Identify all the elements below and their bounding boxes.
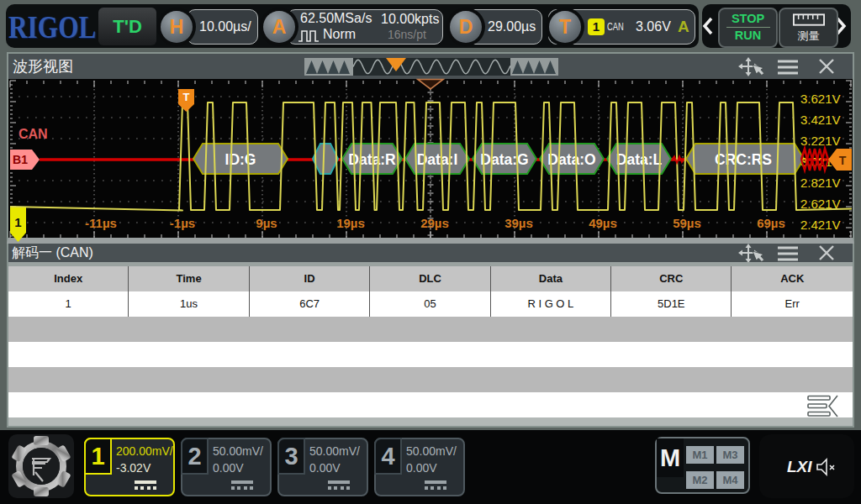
- svg-text:B1: B1: [13, 153, 28, 166]
- svg-text:1: 1: [14, 215, 21, 229]
- svg-text:59µs: 59µs: [673, 216, 701, 230]
- svg-text:Data:G: Data:G: [480, 151, 528, 168]
- svg-text:3.221V: 3.221V: [800, 134, 841, 148]
- svg-text:2.821V: 2.821V: [800, 176, 841, 190]
- svg-text:2.621V: 2.621V: [800, 197, 841, 211]
- svg-text:19µs: 19µs: [336, 216, 365, 230]
- svg-text:T: T: [183, 91, 190, 103]
- svg-text:39µs: 39µs: [504, 216, 533, 230]
- svg-text:Data:I: Data:I: [417, 151, 458, 168]
- svg-text:CAN: CAN: [18, 127, 48, 141]
- svg-text:2.421V: 2.421V: [800, 218, 841, 232]
- svg-text:Data:L: Data:L: [616, 151, 663, 168]
- svg-text:Data:O: Data:O: [547, 151, 595, 168]
- svg-text:CRC:RS: CRC:RS: [715, 151, 772, 168]
- svg-text:69µs: 69µs: [757, 216, 785, 230]
- svg-text:29µs: 29µs: [420, 216, 449, 230]
- svg-text:3.621V: 3.621V: [800, 92, 841, 106]
- svg-text:-1µs: -1µs: [170, 216, 195, 230]
- svg-text:T: T: [839, 154, 847, 167]
- svg-text:3.421V: 3.421V: [800, 113, 841, 127]
- svg-text:9µs: 9µs: [256, 216, 277, 230]
- svg-text:-11µs: -11µs: [85, 216, 117, 230]
- svg-text:49µs: 49µs: [589, 216, 617, 230]
- svg-text:ID:G: ID:G: [225, 151, 256, 168]
